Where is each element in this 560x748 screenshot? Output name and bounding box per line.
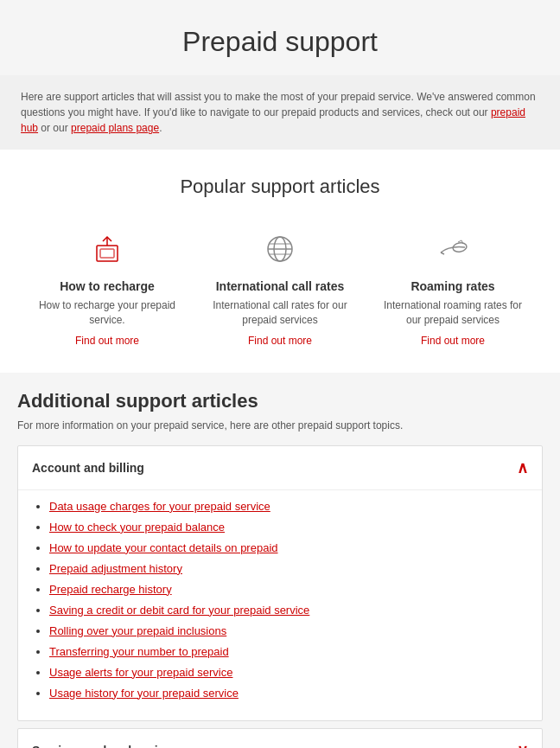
link-recharge-history[interactable]: Prepaid recharge history (49, 583, 172, 596)
list-item: Usage history for your prepaid service (49, 686, 528, 700)
international-find-out-more[interactable]: Find out more (248, 335, 312, 347)
accordion-account-billing-header[interactable]: Account and billing ∧ (18, 446, 542, 489)
list-item: Rolling over your prepaid inclusions (49, 623, 528, 637)
roaming-card-desc: International roaming rates for our prep… (379, 298, 526, 328)
additional-desc: For more information on your prepaid ser… (17, 419, 543, 432)
chevron-down-icon: ∨ (517, 741, 528, 748)
info-banner: Here are support articles that will assi… (0, 75, 560, 150)
prepaid-plans-link[interactable]: prepaid plans page (71, 122, 159, 134)
link-usage-history[interactable]: Usage history for your prepaid service (49, 687, 239, 700)
list-item: Data usage charges for your prepaid serv… (49, 499, 528, 513)
page-header: Prepaid support (0, 0, 560, 75)
accordion-services-recharging-label: Services and recharging (32, 744, 173, 748)
international-card-desc: International call rates for our prepaid… (207, 298, 353, 328)
article-card-international: International call rates International c… (198, 219, 362, 355)
recharge-card-desc: How to recharge your prepaid service. (34, 298, 181, 328)
international-icon (258, 227, 302, 271)
roaming-icon (431, 227, 474, 271)
popular-section: Popular support articles How to recharge… (0, 150, 560, 373)
svg-rect-1 (100, 249, 114, 258)
list-item: Saving a credit or debit card for your p… (49, 603, 528, 617)
accordion-account-billing-body: Data usage charges for your prepaid serv… (18, 489, 542, 720)
link-transferring-number[interactable]: Transferring your number to prepaid (49, 645, 229, 658)
popular-title: Popular support articles (17, 176, 543, 198)
roaming-card-title: Roaming rates (410, 279, 494, 293)
link-data-usage[interactable]: Data usage charges for your prepaid serv… (49, 500, 270, 513)
accordion-services-recharging: Services and recharging ∨ (17, 728, 543, 748)
additional-title: Additional support articles (17, 390, 543, 412)
list-item: How to update your contact details on pr… (49, 540, 528, 554)
article-card-recharge: How to recharge How to recharge your pre… (25, 219, 189, 355)
recharge-icon (86, 227, 129, 271)
accordion-services-recharging-header[interactable]: Services and recharging ∨ (18, 729, 542, 748)
link-rolling-over[interactable]: Rolling over your prepaid inclusions (49, 624, 226, 637)
international-card-title: International call rates (216, 279, 345, 293)
chevron-up-icon: ∧ (517, 458, 528, 477)
list-item: Prepaid recharge history (49, 582, 528, 596)
svg-line-9 (441, 253, 444, 254)
page-title: Prepaid support (17, 26, 543, 58)
additional-section: Additional support articles For more inf… (0, 373, 560, 748)
info-text-after: . (159, 122, 162, 134)
article-card-roaming: Roaming rates International roaming rate… (371, 219, 535, 355)
link-saving-card[interactable]: Saving a credit or debit card for your p… (49, 604, 309, 617)
articles-grid: How to recharge How to recharge your pre… (17, 219, 543, 355)
recharge-card-title: How to recharge (60, 279, 155, 293)
list-item: Usage alerts for your prepaid service (49, 665, 528, 679)
link-check-balance[interactable]: How to check your prepaid balance (49, 521, 225, 534)
accordion-account-billing: Account and billing ∧ Data usage charges… (17, 445, 543, 721)
list-item: How to check your prepaid balance (49, 520, 528, 534)
info-text-middle: or our (38, 122, 71, 134)
info-text-before: Here are support articles that will assi… (21, 91, 536, 118)
recharge-find-out-more[interactable]: Find out more (75, 335, 139, 347)
link-update-contact[interactable]: How to update your contact details on pr… (49, 541, 278, 554)
link-adjustment-history[interactable]: Prepaid adjustment history (49, 562, 182, 575)
list-item: Transferring your number to prepaid (49, 644, 528, 658)
accordion-account-billing-label: Account and billing (32, 461, 144, 475)
link-usage-alerts[interactable]: Usage alerts for your prepaid service (49, 666, 232, 679)
list-item: Prepaid adjustment history (49, 561, 528, 575)
roaming-find-out-more[interactable]: Find out more (421, 335, 485, 347)
